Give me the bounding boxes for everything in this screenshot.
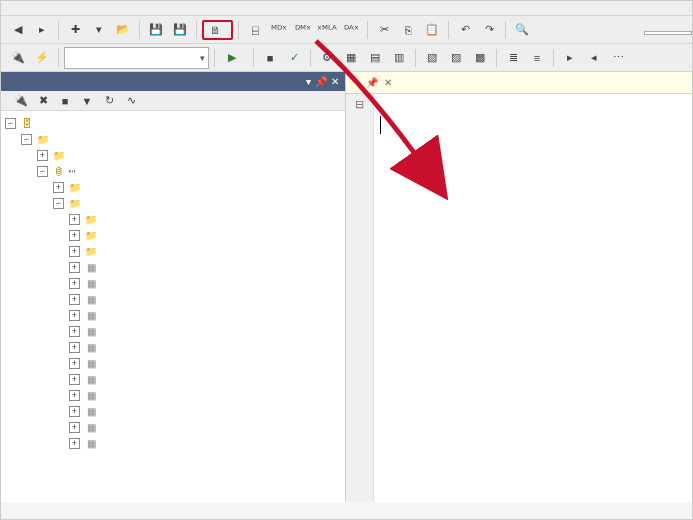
table-icon: ▦ [84,276,98,290]
table-icon: ▦ [84,436,98,450]
connect-server-icon[interactable]: 🔌 [13,94,29,107]
menu-query[interactable] [67,5,87,11]
tree-table[interactable]: +▦ [1,355,345,371]
table-icon: ▦ [84,340,98,354]
refresh-icon[interactable]: ↻ [101,94,117,107]
outdent-icon[interactable]: ◂ [583,47,605,69]
change-conn-icon[interactable]: ⚡ [31,47,53,69]
open-folder-icon[interactable]: 📂 [112,19,134,41]
display-plan-icon[interactable]: ⚙ [316,47,338,69]
tree-user-db[interactable]: −🛢 [1,163,345,179]
open-file-icon[interactable]: ▾ [88,19,110,41]
copy-icon[interactable]: ⎘ [397,19,419,41]
close-tab-icon[interactable]: ✕ [384,77,392,88]
tpl-xmla-icon[interactable]: ˣᴹᴸᴬ [316,19,338,41]
redo-icon[interactable]: ↷ [478,19,500,41]
editor-pane: 📌 ✕ ⊟ [346,72,692,502]
stop-icon[interactable]: ■ [259,47,281,69]
execute-button[interactable]: ▶ [220,49,248,66]
indent-icon[interactable]: ▸ [559,47,581,69]
tree-databases[interactable]: −📁 [1,131,345,147]
menu-project[interactable] [87,5,107,11]
results-grid-icon[interactable]: ▤ [364,47,386,69]
toolbar-standard: ◀ ▸ ✚ ▾ 📂 💾 💾 🗎 ⌸ ᴹᴰˣ ᴰᴹˣ ˣᴹᴸᴬ ᴰᴬˣ ✂ ⎘ 📋… [1,16,692,44]
tpl-dax-icon[interactable]: ᴰᴬˣ [340,19,362,41]
play-icon: ▶ [228,51,236,64]
tree-table[interactable]: +▦ [1,291,345,307]
new-query-button[interactable]: 🗎 [202,20,233,40]
object-explorer-tree[interactable]: −🗄 −📁 +📁 −🛢 +📁 −📁 +📁 +📁 +📁 +▦ +▦ +▦ +▦ +… [1,111,345,502]
save-icon[interactable]: 💾 [145,19,167,41]
table-icon: ▦ [84,388,98,402]
menu-file[interactable] [7,5,27,11]
comment-icon[interactable]: ≣ [502,47,524,69]
folder-icon: 📁 [52,148,66,162]
table-icon: ▦ [84,404,98,418]
disconnect-icon[interactable]: ✖ [35,94,51,107]
folder-icon: 📁 [36,132,50,146]
connect-icon[interactable]: 🔌 [7,47,29,69]
folder-icon: 📁 [68,180,82,194]
tree-server[interactable]: −🗄 [1,115,345,131]
tree-table[interactable]: +▦ [1,371,345,387]
menu-view[interactable] [47,5,67,11]
find-icon[interactable]: 🔍 [511,19,533,41]
tree-graph-tables[interactable]: +📁 [1,243,345,259]
activity-icon[interactable]: ∿ [123,94,139,107]
results-text-icon[interactable]: ▥ [388,47,410,69]
tree-table[interactable]: +▦ [1,419,345,435]
tree-table[interactable]: +▦ [1,435,345,451]
filter-icon[interactable]: ▼ [79,95,95,107]
main-workspace: ▾ 📌 ✕ 🔌 ✖ ■ ▼ ↻ ∿ −🗄 −📁 +📁 −🛢 +📁 −📁 +📁 +… [1,72,692,502]
pin-tab-icon[interactable]: 📌 [366,77,378,88]
tpl-mdx-icon[interactable]: ᴹᴰˣ [268,19,290,41]
save-all-icon[interactable]: 💾 [169,19,191,41]
tree-system-tables[interactable]: +📁 [1,211,345,227]
stop-icon[interactable]: ■ [57,95,73,107]
tree-system-databases[interactable]: +📁 [1,147,345,163]
tree-table[interactable]: +▦ [1,387,345,403]
object-explorer-pane: ▾ 📌 ✕ 🔌 ✖ ■ ▼ ↻ ∿ −🗄 −📁 +📁 −🛢 +📁 −📁 +📁 +… [1,72,346,502]
menu-help[interactable] [147,5,167,11]
close-icon[interactable]: ✕ [331,76,339,87]
include-stats-icon[interactable]: ▧ [421,47,443,69]
parse-icon[interactable]: ✓ [283,47,305,69]
tree-table[interactable]: +▦ [1,275,345,291]
table-icon: ▦ [84,356,98,370]
tree-db-diagrams[interactable]: +📁 [1,179,345,195]
dropdown-icon[interactable]: ▾ [306,76,311,87]
tpl-dmx-icon[interactable]: ᴰᴹˣ [292,19,314,41]
include-plan-icon[interactable]: ▦ [340,47,362,69]
new-project-icon[interactable]: ✚ [64,19,86,41]
client-stats-icon[interactable]: ▩ [469,47,491,69]
live-stats-icon[interactable]: ▨ [445,47,467,69]
paste-icon[interactable]: 📋 [421,19,443,41]
menu-edit[interactable] [27,5,47,11]
specify-values-icon[interactable]: ⋯ [607,47,629,69]
tree-table[interactable]: +▦ [1,323,345,339]
nav-fwd-icon[interactable]: ▸ [31,19,53,41]
database-dropdown[interactable] [64,47,209,69]
server-textbox[interactable] [644,31,692,35]
tree-tables[interactable]: −📁 [1,195,345,211]
uncomment-icon[interactable]: ≡ [526,47,548,69]
nav-back-icon[interactable]: ◀ [7,19,29,41]
server-icon: 🗄 [20,116,34,130]
tree-table[interactable]: +▦ [1,259,345,275]
tree-table[interactable]: +▦ [1,339,345,355]
menu-tools[interactable] [107,5,127,11]
tpl-db-icon[interactable]: ⌸ [244,19,266,41]
table-icon: ▦ [84,324,98,338]
tree-table[interactable]: +▦ [1,307,345,323]
sql-editor[interactable]: ⊟ [346,94,692,502]
pin-icon[interactable]: 📌 [315,76,327,87]
editor-tab[interactable]: 📌 ✕ [354,75,398,90]
menu-window[interactable] [127,5,147,11]
table-icon: ▦ [84,372,98,386]
undo-icon[interactable]: ↶ [454,19,476,41]
table-icon: ▦ [84,308,98,322]
code-area[interactable] [374,94,387,502]
tree-table[interactable]: +▦ [1,403,345,419]
tree-external-tables[interactable]: +📁 [1,227,345,243]
cut-icon[interactable]: ✂ [373,19,395,41]
